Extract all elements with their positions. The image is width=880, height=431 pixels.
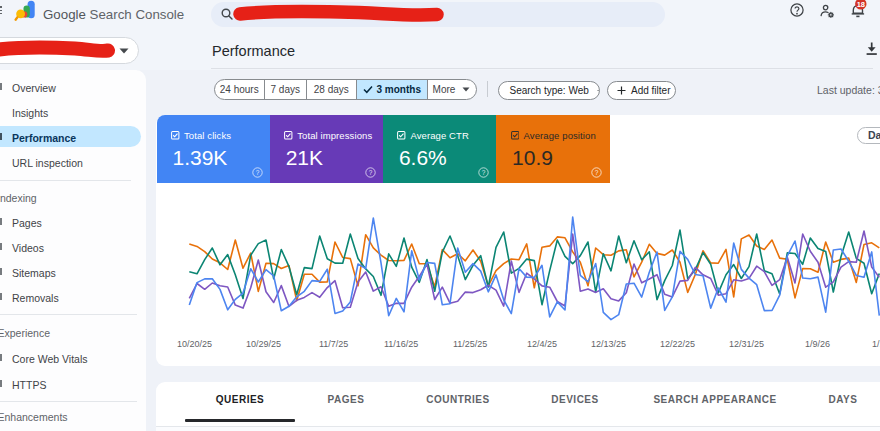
- svg-text:?: ?: [595, 169, 599, 176]
- svg-text:?: ?: [255, 169, 259, 176]
- svg-text:?: ?: [482, 169, 486, 176]
- svg-text:?: ?: [368, 169, 372, 176]
- svg-text:18: 18: [857, 0, 865, 9]
